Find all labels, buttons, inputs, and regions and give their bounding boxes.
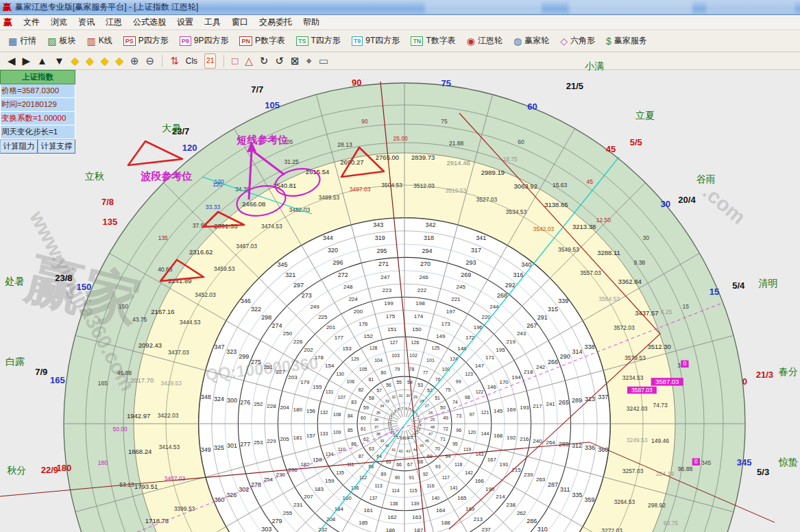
- spiral-number: 150: [412, 326, 422, 332]
- percent-ring-value: 25.00: [393, 135, 409, 142]
- spiral-number: 52: [427, 388, 433, 393]
- extra-value: 33.33: [206, 204, 221, 210]
- price-spiral-value: 3467.03: [236, 243, 257, 250]
- price-ring-value: 1868.24: [128, 448, 151, 455]
- spiral-number: 47: [428, 432, 433, 436]
- outer-degree-label: 75: [441, 78, 451, 88]
- outer-degree-label: 105: [265, 100, 280, 110]
- spiral-number: 340: [521, 261, 531, 268]
- spiral-number: 335: [572, 492, 583, 498]
- spiral-number: 25: [431, 418, 435, 422]
- spiral-number: 202: [304, 347, 313, 353]
- spiral-number: 87: [359, 454, 364, 459]
- spiral-number: 59: [363, 405, 369, 410]
- price-ring-value: 3362.84: [618, 278, 642, 285]
- spiral-number: 62: [363, 437, 369, 442]
- spiral-number: 156: [306, 408, 316, 414]
- solar-term-label: 处暑: [4, 276, 24, 287]
- calc-support-button[interactable]: 计算支撑: [38, 139, 75, 154]
- spiral-number: 286: [526, 518, 537, 524]
- spiral-number: 75: [445, 387, 450, 392]
- spiral-number: 141: [450, 485, 458, 490]
- price-spiral-value: 3422.03: [158, 412, 179, 419]
- spiral-number: 65: [386, 459, 391, 464]
- spiral-number: 249: [310, 304, 319, 310]
- price-ring-value: 3213.38: [572, 223, 596, 230]
- price-spiral-value: 3437.03: [168, 349, 189, 356]
- percent-ring-value: 50.00: [112, 426, 128, 433]
- calc-resistance-button[interactable]: 计算阻力: [0, 139, 38, 154]
- price-spiral-value: 3504.53: [381, 182, 402, 189]
- panel-row-0: 价格=3587.0300: [0, 84, 75, 98]
- outer-date-label: 5/4: [732, 280, 745, 291]
- spiral-number: 239: [524, 472, 533, 478]
- percent-ring-value: 31.25: [284, 158, 300, 165]
- spiral-number: 38: [376, 432, 380, 436]
- spiral-number: 296: [332, 259, 343, 266]
- spiral-number: 137: [369, 496, 378, 500]
- spiral-number: 151: [387, 326, 397, 332]
- spiral-number: 229: [267, 438, 276, 444]
- spiral-number: 119: [463, 447, 471, 452]
- spiral-number: 120: [468, 430, 476, 435]
- spiral-number: 71: [440, 437, 446, 442]
- price-ring-value: 3512.30: [647, 343, 670, 350]
- price-spiral-value: 3497.03: [350, 186, 371, 193]
- spiral-number: 204: [280, 404, 289, 411]
- spiral-number: 86: [351, 442, 356, 446]
- spiral-number: 125: [432, 346, 440, 350]
- spiral-number: 242: [536, 364, 546, 370]
- spiral-number: 35: [376, 411, 380, 415]
- degree-ring-value: 90: [361, 118, 368, 125]
- spiral-number: 91: [409, 475, 415, 480]
- price-ring-value: 1942.97: [127, 412, 150, 420]
- spiral-number: 60: [361, 415, 366, 420]
- annotation-text: 短线参考位: [237, 134, 289, 145]
- spiral-number: 273: [302, 292, 312, 299]
- spiral-number: 116: [426, 483, 434, 488]
- spiral-number: 168: [494, 433, 503, 439]
- price-spiral-value: 3549.53: [558, 246, 579, 253]
- spiral-number: 217: [533, 403, 542, 409]
- spiral-number: 176: [359, 321, 368, 327]
- degree-ring-value: 150: [119, 303, 128, 310]
- extra-value: 0: [694, 458, 698, 465]
- spiral-number: 186: [386, 527, 396, 532]
- percent-ring-value: 9.38: [634, 259, 646, 266]
- gann-wheel-chart[interactable]: QQ:100800360www.yingjia360.com赢家.com1234…: [0, 0, 800, 532]
- spiral-number: 79: [395, 367, 400, 372]
- spiral-number: 279: [272, 518, 282, 524]
- spiral-number: 265: [559, 399, 569, 406]
- degree-ring-value: 135: [158, 234, 168, 241]
- price-spiral-value: 3572.03: [614, 324, 635, 331]
- spiral-number: 6: [405, 407, 407, 411]
- spiral-number: 109: [333, 430, 341, 435]
- spiral-number: 93: [435, 464, 441, 469]
- percent-ring-value: 12.50: [596, 217, 611, 223]
- spiral-number: 345: [278, 261, 288, 268]
- spiral-number: 33: [385, 399, 389, 403]
- spiral-number: 145: [494, 408, 503, 414]
- spiral-number: 289: [572, 397, 582, 404]
- spiral-number: 241: [546, 401, 555, 407]
- spiral-number: 96: [456, 428, 461, 433]
- spiral-number: 181: [293, 435, 303, 441]
- spiral-number: 29: [413, 395, 417, 399]
- spiral-number: 294: [422, 247, 433, 254]
- spiral-number: 213: [474, 516, 483, 522]
- price-spiral-value: 3527.03: [476, 196, 498, 203]
- price-spiral-value: 3534.53: [506, 208, 527, 215]
- spiral-number: 228: [267, 403, 276, 409]
- spiral-number: 139: [411, 501, 420, 506]
- spiral-number: 317: [471, 247, 481, 254]
- spiral-number: 195: [496, 347, 505, 353]
- price-spiral-value: 3257.03: [622, 468, 644, 474]
- spiral-number: 287: [548, 481, 558, 488]
- price-ring-value: 2017.70: [130, 376, 154, 384]
- spiral-number: 325: [214, 444, 224, 451]
- outer-degree-label: 165: [50, 375, 65, 385]
- percent-ring-value: 28.13: [337, 141, 352, 148]
- spiral-number: 200: [354, 309, 363, 315]
- price-spiral-value: 3587.03: [631, 387, 653, 394]
- spiral-number: 72: [443, 426, 448, 431]
